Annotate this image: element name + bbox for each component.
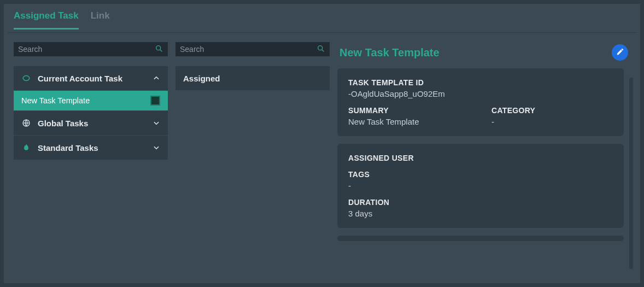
assigned-header[interactable]: Assigned bbox=[175, 66, 330, 90]
tab-link[interactable]: Link bbox=[91, 4, 110, 30]
tree-item-new-task-template[interactable]: New Task Template bbox=[14, 91, 168, 110]
left-search-input[interactable] bbox=[18, 45, 155, 54]
value-task-template-id: -OAgldUaSapp8_uO92Em bbox=[348, 89, 613, 98]
card-next-peek bbox=[337, 236, 624, 241]
section-standard-tasks[interactable]: Standard Tasks bbox=[14, 136, 168, 160]
tab-divider bbox=[8, 32, 636, 33]
tab-bar: Assigned Task Link bbox=[4, 4, 640, 29]
section-current-account-task[interactable]: Current Account Task bbox=[14, 66, 168, 90]
chevron-down-icon bbox=[153, 144, 160, 151]
edit-button[interactable] bbox=[612, 44, 628, 61]
card-identity: TASK TEMPLATE ID -OAgldUaSapp8_uO92Em SU… bbox=[337, 68, 624, 136]
label-tags: TAGS bbox=[348, 170, 613, 179]
swirl-icon bbox=[21, 73, 31, 83]
left-search[interactable] bbox=[14, 42, 168, 56]
chevron-down-icon bbox=[153, 119, 160, 127]
label-task-template-id: TASK TEMPLATE ID bbox=[348, 78, 613, 87]
section-label: Current Account Task bbox=[38, 74, 146, 83]
section-global-tasks[interactable]: Global Tasks bbox=[14, 111, 168, 135]
tree-item-label: New Task Template bbox=[21, 96, 90, 105]
section-label: Global Tasks bbox=[38, 119, 146, 128]
assigned-label: Assigned bbox=[183, 74, 220, 83]
value-tags: - bbox=[348, 181, 613, 190]
tab-assigned-task[interactable]: Assigned Task bbox=[14, 4, 79, 30]
label-category: CATEGORY bbox=[491, 106, 613, 115]
label-duration: DURATION bbox=[348, 198, 613, 207]
value-duration: 3 days bbox=[348, 209, 613, 218]
value-summary: New Task Template bbox=[348, 117, 470, 126]
chevron-up-icon bbox=[153, 74, 160, 82]
svg-point-3 bbox=[318, 45, 323, 50]
mid-search[interactable] bbox=[175, 42, 330, 56]
search-icon bbox=[155, 44, 163, 55]
detail-title: New Task Template bbox=[339, 46, 440, 59]
globe-icon bbox=[21, 118, 31, 128]
label-summary: SUMMARY bbox=[348, 106, 470, 115]
flame-icon bbox=[21, 143, 31, 153]
color-swatch bbox=[150, 96, 160, 106]
detail-scrollbar[interactable] bbox=[629, 78, 633, 269]
svg-line-4 bbox=[322, 50, 324, 51]
label-assigned-user: ASSIGNED USER bbox=[348, 154, 613, 162]
svg-line-1 bbox=[160, 50, 162, 51]
section-label: Standard Tasks bbox=[38, 143, 146, 153]
task-tree: Current Account Task New Task Template G… bbox=[14, 66, 168, 160]
mid-search-input[interactable] bbox=[180, 45, 317, 54]
svg-point-0 bbox=[156, 45, 161, 50]
card-meta: ASSIGNED USER TAGS - DURATION 3 days bbox=[337, 144, 624, 228]
search-icon bbox=[317, 44, 325, 55]
pencil-icon bbox=[616, 48, 624, 57]
value-category: - bbox=[491, 117, 613, 126]
